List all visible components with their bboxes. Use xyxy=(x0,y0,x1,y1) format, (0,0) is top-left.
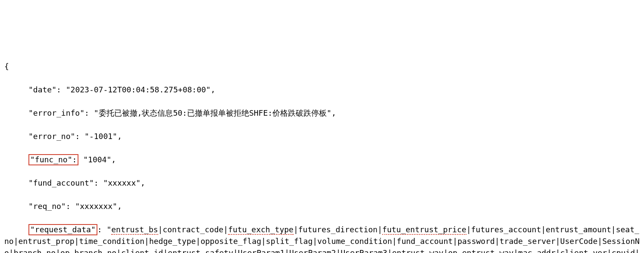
req-no-value: : "xxxxxxx", xyxy=(66,202,122,211)
line-date: "date": "2023-07-12T00:04:58.275+08:00", xyxy=(4,84,640,95)
line-req-no: "req_no": "xxxxxxx", xyxy=(4,200,640,212)
line-request-data: "request_data": "entrust_bs|contract_cod… xyxy=(4,224,640,253)
fund-account-key: "fund_account" xyxy=(28,178,94,187)
error-info-value: : "委托已被撤,状态信息50:已撤单报单被拒绝SHFE:价格跌破跌停板", xyxy=(84,108,336,117)
request-data-prefix: : " xyxy=(97,225,112,234)
rd-seg-2: |contract_code| xyxy=(158,225,228,234)
open-brace: { xyxy=(4,60,640,72)
rd-entrust-bs: entrust_bs xyxy=(111,225,158,235)
func-no-value: "1004", xyxy=(78,155,116,164)
json-code-block: { "date": "2023-07-12T00:04:58.275+08:00… xyxy=(4,49,640,253)
req-no-key: "req_no" xyxy=(28,202,66,211)
error-info-key: "error_info" xyxy=(28,108,84,117)
date-key: "date" xyxy=(28,85,56,94)
error-no-value: : "-1001", xyxy=(75,132,122,141)
fund-account-value: : "xxxxxx", xyxy=(94,178,145,187)
line-error-info: "error_info": "委托已被撤,状态信息50:已撤单报单被拒绝SHFE… xyxy=(4,107,640,119)
rd-mac-addr: mac_addr xyxy=(518,248,556,253)
line-func-no: "func_no": "1004", xyxy=(4,154,640,165)
line-error-no: "error_no": "-1001", xyxy=(4,130,640,142)
rd-seg-4: |futures_direction| xyxy=(294,225,382,234)
rd-futu-entrust-price: futu_entrust_price xyxy=(382,225,466,235)
request-data-key-highlight: "request_data" xyxy=(28,224,97,235)
rd-futu-exch-type: futu_exch_type xyxy=(228,225,294,235)
line-fund-account: "fund_account": "xxxxxx", xyxy=(4,177,640,189)
error-no-key: "error_no" xyxy=(28,132,75,141)
func-no-key-highlight: "func_no": xyxy=(28,154,78,165)
rd-cpuid: cpuid xyxy=(612,248,635,253)
rd-seg-8: |client_ver| xyxy=(556,248,612,253)
date-value: : "2023-07-12T00:04:58.275+08:00", xyxy=(56,85,215,94)
